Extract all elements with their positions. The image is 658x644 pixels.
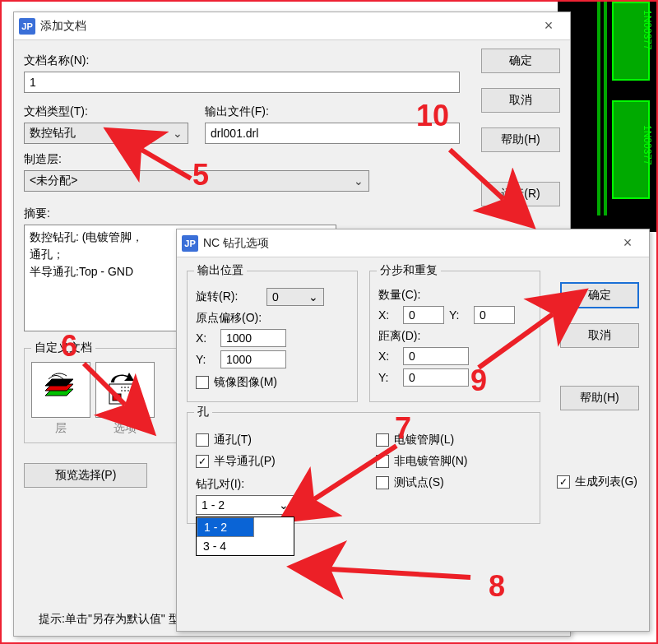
doc-type-select[interactable]: 数控钻孔 ⌄ xyxy=(24,123,188,144)
generate-list-checkbox[interactable]: 生成列表(G) xyxy=(557,475,637,489)
drill-pair-label: 钻孔对(I): xyxy=(196,477,351,492)
mfg-layer-label: 制造层: xyxy=(24,152,460,167)
mfg-layer-select[interactable]: <未分配> ⌄ xyxy=(24,170,369,192)
chevron-down-icon: ⌄ xyxy=(173,127,183,140)
preview-button[interactable]: 预览选择(P) xyxy=(24,463,147,488)
drill-pair-option[interactable]: 1 - 2 xyxy=(197,517,254,537)
nc-cancel-button[interactable]: 取消 xyxy=(560,323,639,348)
origin-offset-label: 原点偏移(O): xyxy=(196,311,349,326)
holes-legend: 孔 xyxy=(194,405,212,419)
mirror-checkbox[interactable]: 镜像图像(M) xyxy=(196,375,277,390)
chevron-down-icon: ⌄ xyxy=(279,498,289,512)
output-file-input[interactable] xyxy=(205,123,460,144)
count-label: 数量(C): xyxy=(378,288,531,303)
svg-rect-1 xyxy=(113,394,121,401)
testpoint-checkbox[interactable]: 测试点(S) xyxy=(376,475,444,490)
partial-via-checkbox[interactable]: 半导通孔(P) xyxy=(196,454,276,469)
origin-x-input[interactable] xyxy=(220,329,286,347)
summary-label: 摘要: xyxy=(24,206,460,221)
help-button[interactable]: 帮助(H) xyxy=(481,127,560,152)
layers-button[interactable] xyxy=(31,362,90,418)
run-button[interactable]: 运行(R) xyxy=(481,182,560,206)
nonplated-pin-checkbox[interactable]: 非电镀管脚(N) xyxy=(376,454,467,469)
step-repeat-legend: 分步和重复 xyxy=(377,263,441,278)
drill-pair-option[interactable]: 3 - 4 xyxy=(197,537,294,555)
nc-help-button[interactable]: 帮助(H) xyxy=(560,386,639,410)
output-pos-legend: 输出位置 xyxy=(194,263,247,278)
options-label: 选项 xyxy=(95,421,155,436)
dialog2-title: NC 钻孔选项 xyxy=(203,236,611,251)
dist-y-input[interactable] xyxy=(403,368,469,387)
doc-name-label: 文档名称(N): xyxy=(24,53,460,68)
rotate-label: 旋转(R): xyxy=(196,290,262,304)
count-x-input[interactable] xyxy=(403,306,444,324)
distance-label: 距离(D): xyxy=(378,329,531,344)
options-button[interactable] xyxy=(95,362,155,418)
origin-y-input[interactable] xyxy=(220,350,286,368)
nc-drill-options-dialog: JP NC 钻孔选项 × 确定 取消 帮助(H) 输出位置 旋转(R): 0 xyxy=(176,229,650,632)
app-icon: JP xyxy=(182,235,198,252)
dialog1-title: 添加文档 xyxy=(40,19,532,34)
plated-pin-checkbox[interactable]: 电镀管脚(L) xyxy=(376,433,454,447)
cancel-button[interactable]: 取消 xyxy=(481,88,560,113)
close-icon[interactable]: × xyxy=(532,17,565,35)
output-file-label: 输出文件(F): xyxy=(205,104,460,119)
count-y-input[interactable] xyxy=(474,306,515,324)
custom-docs-group: 自定义文档 xyxy=(24,348,188,443)
doc-type-label: 文档类型(T): xyxy=(24,104,188,119)
drill-pair-select[interactable]: 1 - 2⌄ 1 - 2 3 - 4 xyxy=(196,495,294,515)
chevron-down-icon: ⌄ xyxy=(308,290,318,303)
pcb-ref-2: 1N00377 xyxy=(642,125,653,165)
rotate-select[interactable]: 0⌄ xyxy=(266,288,324,306)
layers-label: 层 xyxy=(31,421,90,436)
dist-x-input[interactable] xyxy=(403,347,469,365)
nc-ok-button[interactable]: 确定 xyxy=(560,282,639,308)
pcb-background: 1N00377 1N00377 xyxy=(558,2,656,232)
app-icon: JP xyxy=(19,18,35,35)
close-icon[interactable]: × xyxy=(611,234,644,252)
pcb-ref-1: 1N00377 xyxy=(642,10,653,50)
doc-name-input[interactable] xyxy=(24,72,460,93)
through-hole-checkbox[interactable]: 通孔(T) xyxy=(196,433,252,447)
chevron-down-icon: ⌄ xyxy=(354,174,364,188)
ok-button[interactable]: 确定 xyxy=(481,49,560,73)
